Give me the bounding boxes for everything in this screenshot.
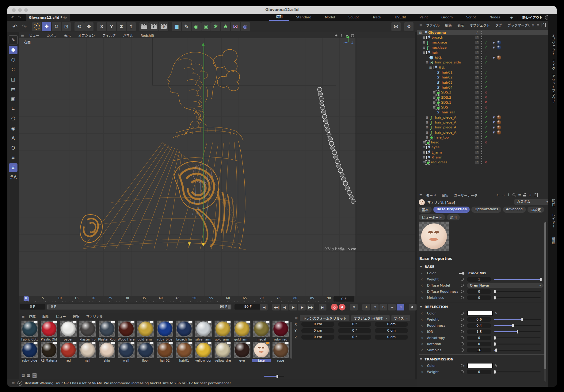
slider-knob[interactable] (494, 342, 496, 346)
material-thumbnail[interactable] (176, 321, 192, 337)
property-value-field[interactable]: 16 (467, 348, 491, 352)
material-item[interactable]: ruby_red (271, 321, 290, 341)
key-rotation-button[interactable]: ↻ (379, 304, 387, 310)
expand-icon[interactable]: ⊞ (425, 131, 429, 134)
material-thumbnail[interactable] (157, 342, 173, 358)
material-menu-4[interactable]: マテリアル (83, 315, 106, 319)
viewport-menu-2[interactable]: 表示 (60, 34, 74, 38)
texture-tag-icon[interactable]: ◤ (493, 126, 495, 129)
material-item[interactable]: Plaster Rou (97, 321, 116, 341)
tree-item-球体[interactable]: 球体∕✓◤ (417, 55, 548, 60)
small-thumb-icon[interactable]: ▦ (27, 373, 30, 378)
tab-Advanced[interactable]: Advanced (503, 207, 526, 213)
volume-icon[interactable]: ♣ (221, 22, 230, 31)
symmetry-icon[interactable]: ⋈ (391, 22, 401, 31)
editable-toggle-icon[interactable]: ∕ (475, 116, 479, 119)
visibility-dots-icon[interactable] (481, 120, 482, 122)
search-icon[interactable] (512, 193, 516, 197)
tree-item-ヌル[interactable]: ⊟ヌル∕ (417, 65, 548, 70)
model-mode-icon[interactable]: ⬢ (9, 46, 17, 54)
texture-mode-icon[interactable]: ◉ (9, 124, 17, 133)
editable-toggle-icon[interactable]: ∕ (475, 126, 479, 129)
material-item[interactable]: ruby_blue (20, 342, 39, 362)
maximize-icon[interactable]: ▢ (350, 33, 355, 38)
material-thumbnail[interactable] (137, 342, 154, 358)
visibility-dots-icon[interactable] (481, 36, 482, 37)
material-thumbnail[interactable] (137, 321, 154, 337)
visibility-dots-icon[interactable] (481, 31, 482, 32)
animation-dot-icon[interactable] (461, 370, 464, 373)
editable-toggle-icon[interactable]: ∕ (475, 96, 479, 99)
property-value-field[interactable]: 1.5 (467, 329, 491, 334)
range-end-field[interactable]: 90 F (234, 304, 261, 310)
expand-icon[interactable]: ⊞ (422, 161, 425, 164)
editable-toggle-icon[interactable]: ∕ (475, 46, 479, 49)
animation-dot-icon[interactable] (461, 290, 464, 293)
tree-item-SDS.3[interactable]: ⊞SDS.3∕✕ (417, 90, 548, 95)
live-selection-icon[interactable] (32, 22, 41, 31)
material-thumbnail[interactable] (21, 321, 38, 337)
tree-item-hair[interactable]: ⊟hair∕ (417, 50, 548, 55)
status-menu-icon[interactable]: ≡ (12, 381, 15, 386)
animation-dot-icon[interactable] (461, 278, 464, 281)
dock-tab-属性[interactable]: 属性 (549, 199, 555, 207)
visibility-dots-icon[interactable] (481, 91, 482, 92)
expand-icon[interactable]: ⊞ (432, 91, 436, 94)
material-item[interactable]: hair01 (175, 342, 193, 362)
editable-toggle-icon[interactable]: ∕ (475, 86, 479, 89)
rotation-field[interactable]: 0 ° (338, 335, 371, 340)
material-item[interactable]: Plastic Old (40, 321, 58, 341)
thumbnail-size-slider[interactable] (264, 376, 284, 377)
edit-pencil-icon[interactable]: ✎ (495, 364, 497, 368)
visibility-dots-icon[interactable] (481, 96, 482, 97)
expand-icon[interactable]: ⊞ (425, 136, 429, 139)
object-menu-3[interactable]: オブジェクト (467, 24, 493, 28)
editable-toggle-icon[interactable]: ∕ (475, 81, 479, 84)
mograph-icon[interactable]: ⋈ (231, 22, 240, 31)
layout-tab-Track[interactable]: Track (366, 14, 388, 21)
property-value-field[interactable]: 0 (467, 336, 491, 340)
section-title-REFLECTION[interactable]: ▼REFLECTION (417, 303, 548, 310)
reset-transform-button[interactable]: トランスフォームをリセット (300, 315, 349, 321)
attribute-menu-2[interactable]: ユーザーデータ (451, 194, 480, 198)
apply-button[interactable]: 適用 (447, 214, 460, 220)
tree-item-L_arm[interactable]: ⊞L_arm∕ (417, 150, 548, 155)
tab-GI設定[interactable]: GI設定 (528, 207, 544, 213)
visibility-dots-icon[interactable] (481, 146, 482, 147)
lock-icon[interactable] (523, 193, 526, 197)
tab-Base Properties[interactable]: Base Properties (433, 207, 470, 213)
filter-icon[interactable]: ≡ (536, 23, 539, 27)
primitive-cube-icon[interactable]: ■ (172, 22, 181, 31)
visibility-dots-icon[interactable] (481, 131, 482, 132)
editable-toggle-icon[interactable]: ∕ (475, 36, 479, 39)
visibility-dots-icon[interactable] (481, 126, 482, 127)
material-thumbnail[interactable] (195, 321, 212, 337)
redo-icon[interactable]: ↷ (18, 15, 21, 20)
viewport-solo-icon[interactable]: ⬠ (9, 114, 17, 123)
keying-settings-button[interactable]: ⚙ (350, 304, 358, 310)
enabled-check-icon[interactable]: ✓ (484, 70, 488, 75)
object-menu-icon[interactable]: ≡ (419, 23, 423, 28)
material-tag-icon[interactable] (497, 120, 501, 124)
material-menu-1[interactable]: 編集 (39, 315, 52, 319)
editable-toggle-icon[interactable]: ∕ (475, 66, 479, 69)
visibility-dots-icon[interactable] (481, 56, 482, 57)
disabled-cross-icon[interactable]: ✕ (484, 140, 488, 145)
enabled-check-icon[interactable]: ✓ (484, 45, 488, 50)
autokey-button[interactable]: A (339, 304, 345, 310)
visibility-dots-icon[interactable] (481, 76, 482, 77)
dock-tab-構成[interactable]: 構成 (549, 237, 555, 245)
animation-dot-icon[interactable] (461, 364, 464, 367)
editable-toggle-icon[interactable]: ∕ (475, 56, 479, 59)
layout-tab-初期[interactable]: 初期 (269, 14, 289, 21)
dock-tab-テイク[interactable]: テイク (549, 59, 555, 70)
material-item[interactable]: Fabric Cott (20, 321, 39, 341)
untriangulate-icon[interactable]: Ʊ (9, 144, 17, 152)
animation-dot-icon[interactable] (461, 330, 464, 333)
layout-tab-Standard[interactable]: Standard (289, 14, 318, 21)
enabled-check-icon[interactable]: ✓ (484, 120, 488, 124)
material-thumbnail[interactable] (41, 321, 57, 337)
search-icon[interactable] (526, 23, 530, 27)
material-thumbnail[interactable] (60, 342, 77, 358)
undo-icon[interactable]: ↶ (10, 22, 20, 31)
